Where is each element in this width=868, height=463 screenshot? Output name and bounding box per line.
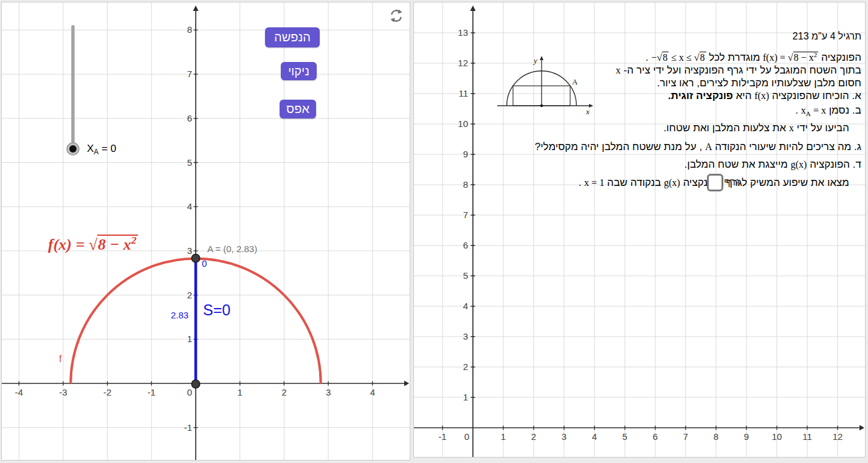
left-graph-canvas	[2, 2, 410, 461]
geogebra-applet: -4-3-2-101234 -112345678 הנפשה ניקוי אפס…	[0, 0, 868, 463]
x-value-label: 0	[202, 258, 207, 269]
animate-button[interactable]: הנפשה	[265, 27, 320, 47]
problem-line-2: בתוך השטח המוגבל על ידי גרף הפונקציה ועל…	[616, 64, 861, 77]
point-origin	[191, 380, 200, 388]
grid-and-axes	[2, 2, 410, 461]
problem-line-1: הפונקציה f(x) = √8 − x2 מוגדרת לכל −√8 ≤…	[646, 48, 861, 64]
problem-diagram: y x A	[496, 52, 599, 120]
problem-line-5: ב. נסמן xA = x .	[795, 104, 861, 120]
left-graphics-panel: -4-3-2-101234 -112345678 הנפשה ניקוי אפס…	[1, 2, 410, 461]
problem-line-4: א. הוכיחו שהפונקציה f(x) היא פונקציה זוג…	[668, 89, 861, 103]
point-a[interactable]	[191, 254, 200, 262]
area-label: S=0	[203, 301, 230, 319]
clear-button[interactable]: ניקוי	[281, 62, 317, 80]
problem-line-3: חסום מלבן שצלעותיו מקבילות לצירים, ראו צ…	[657, 77, 861, 90]
segment-length-label: 2.83	[171, 310, 188, 320]
diagram-y-label: y	[532, 56, 537, 65]
diagram-point-a-label: A	[572, 77, 578, 86]
reset-icon[interactable]	[388, 8, 404, 24]
reset-values-button[interactable]: אפס	[280, 100, 316, 118]
curve-label-f: f	[59, 354, 61, 365]
diagram-y-arrow	[540, 56, 543, 60]
point-a-label: A = (0, 2.83)	[207, 244, 257, 254]
refresh-icon	[388, 8, 404, 24]
slider-label: XA = 0	[87, 143, 116, 156]
diagram-origin-dot	[540, 105, 543, 107]
exercise-title: תרגיל 4 ע"מ 213	[793, 30, 861, 43]
right-graphics-panel: -10123456789101112 12345678910111213 תרג…	[413, 2, 866, 458]
diagram-x-label: x	[585, 107, 590, 116]
problem-line-6: הביעו על ידי x את צלעות המלבן ואת שטחו.	[664, 122, 849, 135]
function-formula-label[interactable]: f(x) = √8 − x2	[48, 234, 138, 254]
problem-line-7: ג. מה צריכים להיות שיעורי הנקודה A , על …	[535, 140, 861, 154]
graph-checkbox-label: גרף	[724, 176, 740, 188]
slider-handle[interactable]	[69, 145, 77, 153]
problem-line-8: ד. הפונקציה g(x) מייצגת את שטח המלבן.	[684, 158, 861, 171]
diagram-x-arrow	[589, 104, 593, 108]
graph-checkbox[interactable]	[707, 174, 723, 191]
slider-xa[interactable]	[67, 27, 79, 155]
